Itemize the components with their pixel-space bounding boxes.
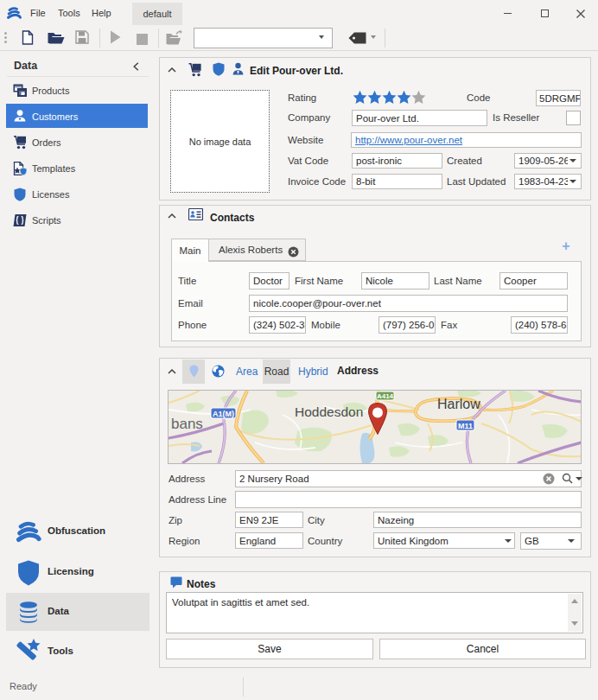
svg-text:A414: A414 [377,392,394,400]
svg-text:bans: bans [171,416,203,432]
svg-text:Harlow: Harlow [437,397,480,411]
svg-text:M11: M11 [458,422,473,430]
svg-text:A1(M): A1(M) [213,410,234,418]
svg-text:Hoddesdon: Hoddesdon [295,404,363,419]
